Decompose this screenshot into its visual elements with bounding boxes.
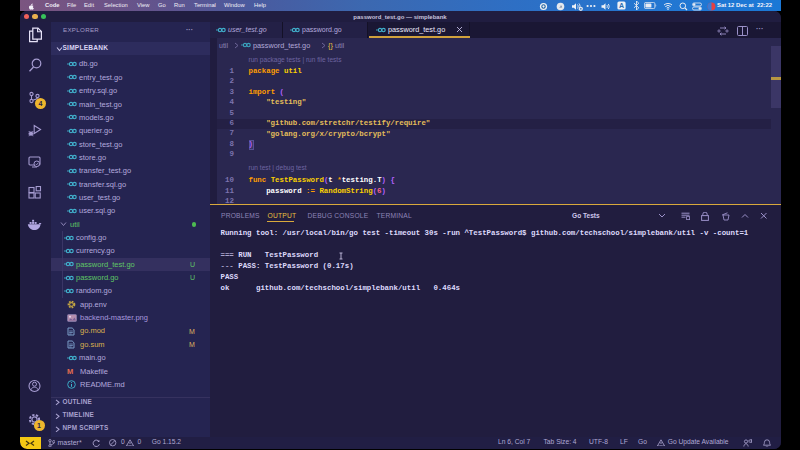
svg-text:A: A <box>618 2 623 9</box>
